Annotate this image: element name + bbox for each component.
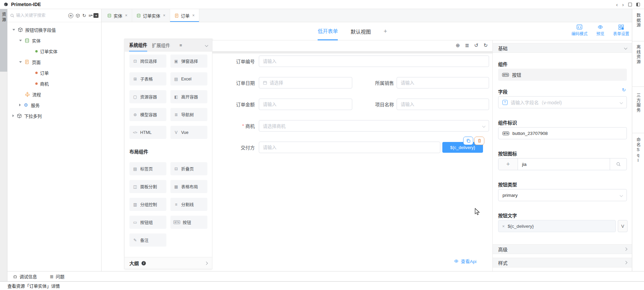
- palette-item-vue[interactable]: VVue: [170, 126, 207, 139]
- field-refresh-icon[interactable]: ↻: [622, 87, 626, 92]
- globe-icon[interactable]: ⊕: [456, 43, 460, 48]
- section-basic[interactable]: 基础: [493, 43, 632, 53]
- tree-item-button-switch-field[interactable]: 按钮切换字段值: [7, 24, 101, 35]
- palette-item-excel[interactable]: ▤Excel: [170, 72, 207, 85]
- amount-input[interactable]: [259, 99, 352, 110]
- maximize-icon[interactable]: [628, 3, 632, 6]
- sales-input[interactable]: [397, 77, 489, 88]
- expand-arrow-icon[interactable]: [12, 29, 15, 31]
- cube-icon[interactable]: [76, 13, 80, 18]
- icon-search-button[interactable]: [610, 158, 627, 170]
- palette-item-position-select[interactable]: ⊡岗位选择: [129, 55, 166, 68]
- clear-icon[interactable]: ×: [502, 224, 505, 229]
- palette-item-html[interactable]: </>HTML: [129, 126, 166, 139]
- strip-tab-named-sql[interactable]: 命名Sql: [632, 138, 644, 164]
- collapse-all-icon[interactable]: ≡: [88, 13, 91, 18]
- palette-menu-icon[interactable]: ≡: [179, 43, 182, 48]
- palette-item-note[interactable]: ✎备注: [129, 233, 166, 247]
- toggle-panel-icon[interactable]: [636, 3, 640, 6]
- palette-item-resource-container[interactable]: ▢资源容器: [129, 90, 166, 103]
- tree-item-opportunity-page[interactable]: 商机: [7, 78, 101, 89]
- close-icon[interactable]: ×: [125, 13, 127, 18]
- debug-info-tab[interactable]: 调试信息: [13, 273, 37, 280]
- tab-extended-components[interactable]: 扩展组件: [152, 39, 170, 51]
- palette-item-nav-tree[interactable]: ≣导航树: [170, 108, 207, 121]
- palette-item-panel-split[interactable]: ◫面板分割: [129, 180, 166, 193]
- sales-input-field[interactable]: [401, 80, 485, 85]
- add-view-button[interactable]: +: [384, 22, 387, 40]
- collapse-arrow-icon[interactable]: [12, 114, 14, 117]
- project-input-field[interactable]: [401, 102, 485, 107]
- palette-item-button-group[interactable]: ▭按钮组: [129, 216, 166, 229]
- order-date-input[interactable]: [259, 77, 352, 88]
- tree-item-pages[interactable]: 页面: [7, 57, 101, 67]
- section-style[interactable]: 样式: [493, 258, 632, 267]
- section-advanced[interactable]: 高级: [493, 244, 632, 254]
- palette-item-group-control[interactable]: ▥分组控制: [129, 198, 166, 211]
- close-icon[interactable]: ×: [163, 13, 165, 18]
- order-date-input-field[interactable]: [270, 80, 348, 85]
- strip-tab-datasource[interactable]: 数据源: [632, 13, 644, 28]
- variable-picker-button[interactable]: V: [618, 220, 628, 232]
- tree-item-services[interactable]: ⚙ 服务: [7, 100, 101, 110]
- strip-tab-thirdparty-services[interactable]: 三方服务: [632, 93, 644, 113]
- palette-item-tab-page[interactable]: ▤标签页: [129, 162, 166, 175]
- chevron-down-icon[interactable]: [205, 43, 208, 47]
- project-input[interactable]: [397, 99, 489, 110]
- field-select[interactable]: T 请输入字段名（v-model): [498, 96, 627, 108]
- tree-item-process[interactable]: 流程: [7, 89, 101, 100]
- nav-forward-icon[interactable]: ›: [622, 2, 624, 7]
- resources-strip-tab[interactable]: 资源: [0, 9, 7, 72]
- palette-item-dialog-select[interactable]: ▣弹窗选择: [170, 55, 207, 68]
- preview-button[interactable]: 预览: [596, 24, 604, 36]
- refresh-icon[interactable]: ↻: [82, 13, 86, 18]
- form-settings-button[interactable]: 表单设置: [613, 24, 629, 36]
- close-icon[interactable]: ×: [192, 13, 195, 18]
- palette-item-divider-line[interactable]: ≡分割线: [170, 198, 207, 211]
- order-no-input-field[interactable]: [263, 59, 485, 64]
- button-icon-input[interactable]: [518, 158, 610, 170]
- nav-back-icon[interactable]: ‹: [616, 2, 618, 7]
- delivery-input[interactable]: [259, 142, 440, 153]
- chevron-right-icon[interactable]: [205, 261, 208, 265]
- strip-tab-offline-resources[interactable]: 离线资源: [632, 45, 644, 64]
- copy-component-button[interactable]: [463, 137, 473, 145]
- tree-item-entities[interactable]: 实体: [7, 35, 101, 46]
- problems-tab[interactable]: ≣ 问题: [50, 273, 65, 280]
- tab-lowcode-form[interactable]: 低开表单: [318, 22, 338, 40]
- tab-order-entity[interactable]: 订单实体 ×: [132, 9, 170, 22]
- outline-list-icon[interactable]: ≣: [465, 43, 469, 48]
- palette-item-model-container[interactable]: ⊚模型容器: [129, 108, 166, 121]
- palette-item-collapse-page[interactable]: ⊟折叠页: [170, 162, 207, 175]
- tree-item-dropdown-multicol[interactable]: 下拉多列: [7, 110, 101, 121]
- outline-footer[interactable]: 大纲 i: [125, 257, 212, 269]
- redo-icon[interactable]: ↻: [483, 43, 488, 48]
- collapse-arrow-icon[interactable]: [19, 104, 21, 106]
- ai-icon[interactable]: AI: [68, 13, 73, 18]
- palette-item-button[interactable]: BTN按钮: [170, 216, 207, 229]
- expand-arrow-icon[interactable]: [19, 40, 22, 41]
- expand-arrow-icon[interactable]: [19, 61, 22, 63]
- palette-item-table-layout[interactable]: ▦表格布局: [170, 180, 207, 193]
- tree-item-order-entity[interactable]: 订单实体: [7, 46, 101, 57]
- locate-resource-icon[interactable]: ➔: [93, 13, 98, 18]
- view-api-link[interactable]: 查看Api: [454, 258, 477, 264]
- tab-order-page[interactable]: 订单 ×: [170, 9, 199, 22]
- code-mode-button[interactable]: 编码模式: [571, 24, 588, 36]
- delete-component-button[interactable]: [474, 137, 484, 145]
- tab-system-components[interactable]: 系统组件: [129, 39, 147, 51]
- opportunity-select[interactable]: 请选择商机: [259, 120, 489, 132]
- undo-icon[interactable]: ↺: [474, 43, 479, 48]
- order-no-input[interactable]: [259, 56, 489, 67]
- button-text-field[interactable]: × ${c_delivery}: [498, 220, 616, 232]
- palette-item-sub-table[interactable]: ⊞子表格: [129, 72, 166, 85]
- tree-item-order-page[interactable]: 订单: [7, 67, 101, 78]
- tab-default-view[interactable]: 默认视图: [351, 22, 371, 40]
- tab-entity[interactable]: 实体 ×: [103, 9, 132, 22]
- delivery-input-field[interactable]: [263, 145, 436, 150]
- component-id-box[interactable]: BTN button_23707908: [498, 127, 627, 139]
- palette-item-procode-container[interactable]: ◧高开容器: [170, 90, 207, 103]
- amount-input-field[interactable]: [263, 102, 348, 107]
- explorer-search-input[interactable]: [16, 13, 68, 18]
- button-type-select[interactable]: primary: [498, 189, 627, 201]
